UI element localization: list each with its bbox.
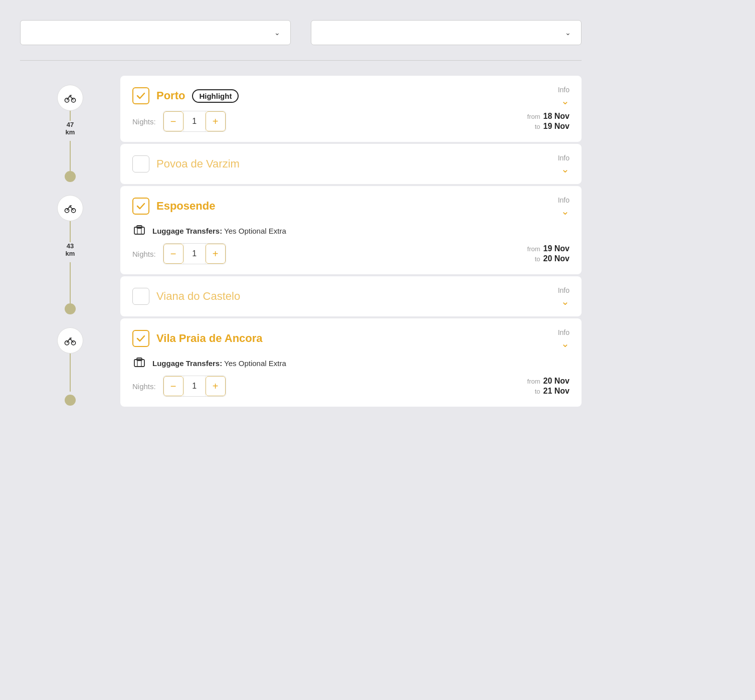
- nights-counter-esposende: −1+: [163, 243, 226, 264]
- nights-row-porto: Nights:−1+from18 Novto19 Nov: [132, 111, 570, 132]
- nights-value-porto: 1: [183, 111, 206, 131]
- info-label-porto: Info: [558, 86, 570, 94]
- nights-increment-porto[interactable]: +: [206, 111, 226, 131]
- checkbox-unchecked-viana[interactable]: [132, 288, 149, 305]
- stage-header-left-vilapraia: Vila Praia de Ancora: [132, 330, 263, 347]
- km-unit: km: [66, 128, 75, 136]
- stage-name-vilapraia: Vila Praia de Ancora: [156, 332, 263, 345]
- date-to-value-porto: 19 Nov: [543, 122, 570, 131]
- km-value: 47: [66, 121, 75, 128]
- nights-increment-vilapraia[interactable]: +: [206, 376, 226, 396]
- km-label-1: 43km: [66, 242, 75, 257]
- last-night-dropdown[interactable]: ⌄: [311, 20, 582, 45]
- info-chevron-icon-porto[interactable]: ⌄: [561, 96, 570, 106]
- stage-name-porto: Porto: [156, 89, 185, 102]
- first-night-chevron-icon: ⌄: [274, 29, 280, 37]
- header-row: ⌄ ⌄: [20, 15, 582, 45]
- checkbox-checked-vilapraia[interactable]: [132, 330, 149, 347]
- nights-label-esposende: Nights:: [132, 250, 156, 258]
- luggage-label: Luggage Transfers:: [152, 359, 222, 368]
- bicycle-icon: [64, 91, 77, 104]
- info-label-vilapraia: Info: [558, 328, 570, 336]
- km-label-0: 47km: [66, 121, 75, 136]
- timeline-column: 47km 43km: [20, 76, 120, 409]
- svg-point-6: [65, 341, 69, 345]
- timeline-bike-icon-2: [57, 327, 83, 354]
- stage-card-viana: Viana do CasteloInfo⌄: [120, 276, 582, 316]
- info-col-esposende: Info⌄: [558, 196, 570, 216]
- stage-card-porto: PortoHighlightInfo⌄Nights:−1+from18 Novt…: [120, 76, 582, 142]
- nights-decrement-porto[interactable]: −: [163, 111, 183, 131]
- info-chevron-icon-povoa[interactable]: ⌄: [561, 164, 570, 174]
- date-from-value-esposende: 19 Nov: [543, 244, 570, 253]
- luggage-row-esposende: Luggage Transfers: Yes Optional Extra: [132, 223, 570, 238]
- stage-name-viana: Viana do Castelo: [156, 290, 240, 303]
- info-chevron-icon-vilapraia[interactable]: ⌄: [561, 338, 570, 348]
- luggage-text-esposende: Luggage Transfers: Yes Optional Extra: [152, 227, 286, 235]
- check-icon: [136, 91, 146, 101]
- date-to-label: to: [535, 388, 540, 395]
- dates-col-esposende: from19 Novto20 Nov: [527, 244, 570, 263]
- nights-counter-vilapraia: −1+: [163, 376, 226, 397]
- check-icon: [136, 201, 146, 211]
- highlight-badge-porto: Highlight: [192, 89, 239, 103]
- date-from-label: from: [527, 245, 540, 253]
- date-to-value-vilapraia: 21 Nov: [543, 387, 570, 396]
- last-night-chevron-icon: ⌄: [565, 29, 571, 37]
- checkbox-checked-esposende[interactable]: [132, 198, 149, 215]
- info-label-viana: Info: [558, 286, 570, 294]
- date-to-label: to: [535, 123, 540, 130]
- section-divider: [20, 60, 582, 61]
- last-night-group: ⌄: [311, 15, 582, 45]
- nights-increment-esposende[interactable]: +: [206, 244, 226, 264]
- date-to-label: to: [535, 255, 540, 263]
- info-chevron-icon-viana[interactable]: ⌄: [561, 296, 570, 306]
- checkbox-checked-porto[interactable]: [132, 87, 149, 104]
- stage-header-left-povoa: Povoa de Varzim: [132, 155, 240, 172]
- check-icon: [136, 333, 146, 343]
- first-night-dropdown[interactable]: ⌄: [20, 20, 291, 45]
- info-label-esposende: Info: [558, 196, 570, 204]
- timeline-line: [70, 141, 71, 171]
- stage-header-esposende: EsposendeInfo⌄: [132, 196, 570, 216]
- checkbox-unchecked-povoa[interactable]: [132, 155, 149, 172]
- info-chevron-icon-esposende[interactable]: ⌄: [561, 206, 570, 216]
- svg-point-0: [65, 98, 69, 102]
- stage-name-povoa: Povoa de Varzim: [156, 157, 240, 170]
- nights-value-esposende: 1: [183, 244, 206, 264]
- luggage-icon: [132, 356, 146, 371]
- stage-header-porto: PortoHighlightInfo⌄: [132, 86, 570, 106]
- luggage-text-vilapraia: Luggage Transfers: Yes Optional Extra: [152, 359, 286, 368]
- nights-label-porto: Nights:: [132, 117, 156, 126]
- date-from-label: from: [527, 378, 540, 385]
- nights-row-vilapraia: Nights:−1+from20 Novto21 Nov: [132, 376, 570, 397]
- bicycle-icon: [64, 334, 77, 347]
- date-to-value-esposende: 20 Nov: [543, 254, 570, 263]
- svg-point-3: [65, 209, 69, 213]
- timeline-dot: [65, 171, 76, 182]
- timeline-line: [70, 262, 71, 303]
- date-from-value-porto: 18 Nov: [543, 112, 570, 121]
- stage-card-esposende: EsposendeInfo⌄ Luggage Transfers: Yes Op…: [120, 186, 582, 274]
- date-from-label: from: [527, 113, 540, 120]
- info-col-vilapraia: Info⌄: [558, 328, 570, 348]
- info-col-viana: Info⌄: [558, 286, 570, 306]
- date-from-value-vilapraia: 20 Nov: [543, 377, 570, 386]
- nights-counter-porto: −1+: [163, 111, 226, 132]
- info-col-povoa: Info⌄: [558, 154, 570, 174]
- km-value: 43: [66, 242, 75, 250]
- stage-header-vilapraia: Vila Praia de AncoraInfo⌄: [132, 328, 570, 348]
- nights-label-vilapraia: Nights:: [132, 382, 156, 391]
- timeline-line: [70, 354, 71, 392]
- dates-col-vilapraia: from20 Novto21 Nov: [527, 377, 570, 396]
- stage-header-viana: Viana do CasteloInfo⌄: [132, 286, 570, 306]
- nights-decrement-vilapraia[interactable]: −: [163, 376, 183, 396]
- stages-column: PortoHighlightInfo⌄Nights:−1+from18 Novt…: [120, 76, 582, 409]
- info-col-porto: Info⌄: [558, 86, 570, 106]
- stage-name-esposende: Esposende: [156, 200, 215, 213]
- luggage-row-vilapraia: Luggage Transfers: Yes Optional Extra: [132, 356, 570, 371]
- luggage-icon: [132, 223, 146, 238]
- nights-decrement-esposende[interactable]: −: [163, 244, 183, 264]
- nights-value-vilapraia: 1: [183, 376, 206, 396]
- stage-header-povoa: Povoa de VarzimInfo⌄: [132, 154, 570, 174]
